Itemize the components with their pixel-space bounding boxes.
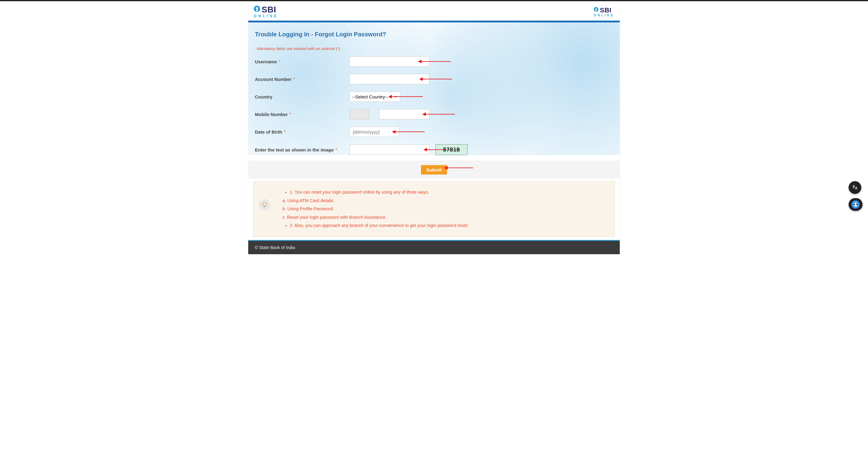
account-input[interactable] (349, 74, 430, 84)
logo-subtext: ONLINE (254, 14, 278, 18)
info-sub-item: c. Reset your login password with Branch… (282, 213, 469, 222)
lightbulb-icon (259, 199, 270, 211)
row-captcha: Enter the text as shown in the image* B7… (255, 144, 613, 155)
label-account-text: Account Number (255, 77, 291, 82)
required-marker: * (336, 147, 337, 152)
mobile-prefix-input (349, 109, 369, 119)
info-list: 1. You can reset your login password onl… (278, 188, 469, 230)
label-dob-text: Date of Birth (255, 129, 282, 134)
info-sub-item: a. Using ATM Card details. (282, 197, 469, 205)
page-title: Trouble Logging In - Forgot Login Passwo… (255, 31, 613, 38)
sbi-keyhole-icon (254, 5, 260, 14)
mandatory-note: Mandatory fields are marked with an aste… (255, 46, 613, 51)
required-marker: * (289, 112, 291, 117)
submit-area: Submit (248, 161, 620, 179)
label-country: Country (255, 94, 349, 99)
label-mobile: Mobile Number* (255, 112, 349, 117)
row-dob: Date of Birth* (255, 127, 613, 137)
captcha-input[interactable] (349, 145, 430, 155)
annotation-arrow (424, 149, 444, 150)
info-sub-item: b. Using Profile Password. (282, 205, 469, 213)
username-input[interactable] (349, 56, 430, 67)
header: SBI ONLINE SBI ONLINE (248, 1, 620, 21)
assistant-icon (851, 200, 860, 209)
required-marker: * (279, 59, 280, 64)
annotation-arrow (444, 167, 473, 168)
logo-right: SBI ONLINE (594, 6, 614, 17)
row-account: Account Number* (255, 74, 613, 84)
sbi-keyhole-icon (594, 7, 598, 13)
label-dob: Date of Birth* (255, 129, 349, 134)
required-marker: * (293, 77, 295, 82)
label-account: Account Number* (255, 77, 349, 82)
annotation-arrow (423, 114, 455, 115)
logo-text: SBI (600, 6, 611, 14)
footer: © State Bank of India (248, 241, 620, 254)
translate-fab[interactable] (848, 181, 861, 194)
info-item: 1. You can reset your login password onl… (290, 188, 469, 197)
annotation-arrow (389, 96, 423, 97)
row-username: Username* (255, 56, 613, 67)
logo-subtext: ONLINE (594, 13, 614, 17)
annotation-arrow (420, 79, 452, 80)
label-captcha: Enter the text as shown in the image* (255, 147, 349, 152)
label-username: Username* (255, 59, 349, 64)
info-item: 2. Also, you can approach any branch of … (290, 221, 469, 230)
label-mobile-text: Mobile Number (255, 112, 288, 117)
svg-rect-4 (264, 206, 266, 207)
label-captcha-text: Enter the text as shown in the image (255, 147, 334, 152)
annotation-arrow (418, 61, 451, 62)
annotation-arrow (393, 131, 425, 132)
row-country: Country --Select Country-- (255, 92, 613, 102)
required-marker: * (284, 129, 285, 134)
assistant-fab[interactable] (848, 198, 863, 211)
label-username-text: Username (255, 59, 277, 64)
label-country-text: Country (255, 94, 273, 99)
logo-left: SBI ONLINE (254, 5, 278, 18)
info-panel: 1. You can reset your login password onl… (253, 181, 615, 237)
logo-text: SBI (261, 5, 276, 14)
submit-button[interactable]: Submit (421, 165, 447, 175)
row-mobile: Mobile Number* (255, 109, 613, 119)
